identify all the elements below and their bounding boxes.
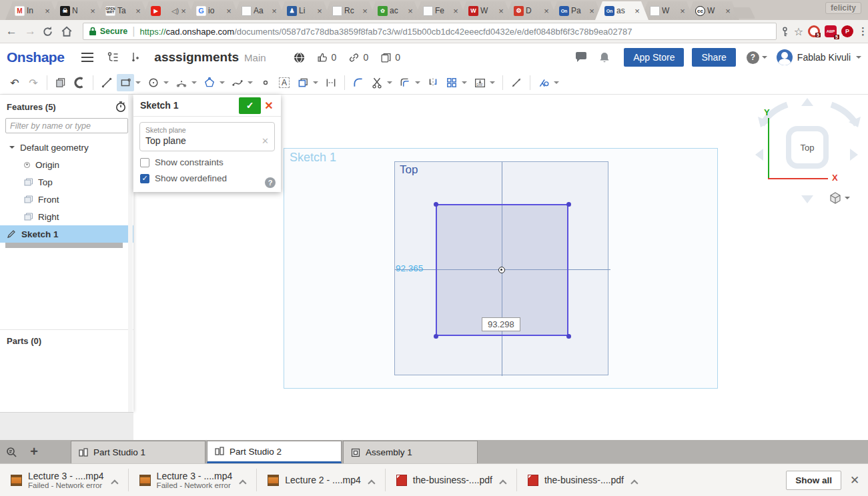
browser-tab-active[interactable]: Onas× <box>595 1 648 20</box>
tab-audio-icon[interactable]: ◁) <box>171 7 179 15</box>
onshape-logo[interactable]: Onshape <box>7 49 64 65</box>
user-avatar[interactable] <box>777 49 793 65</box>
secure-lock-icon[interactable] <box>89 27 97 36</box>
sketch-circle-icon[interactable] <box>145 74 162 91</box>
browser-tab[interactable]: Gio× <box>187 1 240 20</box>
arc-menu-caret-icon[interactable] <box>191 81 197 87</box>
tab-close-icon[interactable]: × <box>360 6 370 16</box>
tab-close-icon[interactable]: × <box>179 6 188 16</box>
home-icon[interactable] <box>61 25 75 37</box>
rotate-left-arrow-icon[interactable] <box>755 149 763 161</box>
browser-tab[interactable]: ✿ac× <box>368 1 422 20</box>
help-caret-icon[interactable] <box>762 56 767 61</box>
tab-close-icon[interactable]: × <box>542 6 551 16</box>
pattern-icon[interactable] <box>443 74 460 91</box>
top-plane-face[interactable]: Top 92.365 93.298 <box>394 161 608 375</box>
trim-menu-caret-icon[interactable] <box>387 81 392 87</box>
rotate-right-arrow-icon[interactable] <box>850 149 858 161</box>
offset-icon[interactable] <box>396 74 414 91</box>
browser-tab[interactable]: ccW× <box>686 1 739 20</box>
feature-filter-input[interactable] <box>5 118 128 133</box>
show-overdefined-row[interactable]: Show overdefined <box>140 173 274 183</box>
download-item[interactable]: the-business-....pdf <box>517 464 648 496</box>
adblock-extension-icon[interactable]: ABP5 <box>825 25 837 37</box>
cancel-x-button[interactable] <box>261 99 277 112</box>
browser-tab[interactable]: OPENWRTTa× <box>96 1 149 20</box>
reload-icon[interactable] <box>42 26 57 37</box>
sketch-plane-field[interactable]: Sketch plane Top plane <box>139 122 275 151</box>
download-menu-chevron-icon[interactable] <box>368 479 375 487</box>
notification-bell-icon[interactable] <box>598 51 610 64</box>
clear-selection-icon[interactable] <box>262 136 269 146</box>
sketch-fillet-icon[interactable] <box>350 74 367 91</box>
undo-icon[interactable] <box>6 74 23 91</box>
constraint-icon[interactable] <box>535 74 552 91</box>
tab-close-icon[interactable]: × <box>451 6 460 16</box>
url-text[interactable]: https://cad.onshape.com/documents/0587d7… <box>139 27 632 37</box>
tab-close-icon[interactable]: × <box>43 6 52 16</box>
copies-stat[interactable]: 0 <box>380 52 400 63</box>
browser-tab[interactable]: ⚙D× <box>504 1 558 20</box>
browser-tab[interactable]: ▶◁)× <box>141 1 195 20</box>
comment-icon[interactable] <box>574 51 588 63</box>
rotate-down-arrow-icon[interactable] <box>801 195 813 203</box>
download-menu-chevron-icon[interactable] <box>239 479 246 487</box>
circle-menu-caret-icon[interactable] <box>163 81 169 87</box>
download-menu-chevron-icon[interactable] <box>111 479 118 487</box>
sketch-spline-icon[interactable] <box>229 74 246 91</box>
document-title[interactable]: asssignments <box>154 50 239 65</box>
view-cube-face[interactable]: Top <box>786 126 829 169</box>
tab-close-icon[interactable]: × <box>133 6 143 16</box>
rectangle-menu-caret-icon[interactable] <box>135 81 141 87</box>
horizontal-dimension-value[interactable]: 93.298 <box>482 317 520 331</box>
browser-tab[interactable]: W× <box>640 1 694 20</box>
dialog-help-icon[interactable] <box>265 177 276 188</box>
browser-tab[interactable]: Fe× <box>414 1 467 20</box>
dxf-menu-caret-icon[interactable] <box>490 81 495 87</box>
close-downloads-bar-icon[interactable] <box>841 473 868 487</box>
back-icon[interactable] <box>4 25 19 38</box>
tab-close-icon[interactable]: × <box>315 6 324 16</box>
download-item[interactable]: Lecture 3 - ....mp4Failed - Network erro… <box>129 464 257 496</box>
extrude-icon[interactable] <box>52 74 69 91</box>
download-item[interactable]: Lecture 3 - ....mp4Failed - Network erro… <box>0 464 128 496</box>
measure-icon[interactable] <box>508 74 525 91</box>
revolve-icon[interactable] <box>71 74 88 91</box>
view-options-caret-icon[interactable] <box>845 197 850 202</box>
sketch-rectangle-icon[interactable] <box>117 74 134 91</box>
secure-label[interactable]: Secure <box>100 27 128 36</box>
graphics-workspace[interactable]: Sketch 1 Top 92.365 93.298 Features (5) <box>0 95 868 440</box>
tree-item-origin[interactable]: Origin <box>0 156 133 173</box>
sketch-plane-value[interactable]: Top plane <box>145 135 262 146</box>
bookmark-star-icon[interactable] <box>794 25 803 38</box>
panel-scrollbar[interactable] <box>128 95 133 412</box>
browser-tab[interactable]: ♟Li× <box>278 1 331 20</box>
convert-menu-caret-icon[interactable] <box>313 81 318 87</box>
tab-assembly-1[interactable]: Assembly 1 <box>343 441 478 463</box>
spline-menu-caret-icon[interactable] <box>248 81 253 87</box>
download-menu-chevron-icon[interactable] <box>499 479 506 487</box>
tab-close-icon[interactable]: × <box>587 6 596 16</box>
download-menu-chevron-icon[interactable] <box>630 479 638 487</box>
app-store-button[interactable]: App Store <box>624 48 684 67</box>
use-convert-icon[interactable] <box>294 74 312 91</box>
address-bar[interactable]: Secure | https://cad.onshape.com/documen… <box>83 23 777 40</box>
download-item[interactable]: Lecture 2 - ....mp4 <box>257 464 385 496</box>
help-icon[interactable] <box>747 51 759 64</box>
tab-close-icon[interactable]: × <box>678 6 687 16</box>
sketch-text-icon[interactable]: A <box>276 74 293 91</box>
tree-item-sketch1-selected[interactable]: Sketch 1 <box>0 225 133 243</box>
rect-vertex[interactable] <box>434 334 438 339</box>
browser-tab[interactable]: OnPa× <box>550 1 603 20</box>
tree-item-default-geometry[interactable]: Default geometry <box>0 139 133 156</box>
browser-tab[interactable]: WW× <box>459 1 512 20</box>
share-button[interactable]: Share <box>692 48 735 67</box>
chevron-down-icon[interactable] <box>9 146 15 151</box>
export-dxf-icon[interactable]: DXF <box>471 74 488 91</box>
origin-marker[interactable] <box>498 267 505 273</box>
workspace-name[interactable]: Main <box>244 52 266 63</box>
add-element-icon[interactable] <box>23 440 45 463</box>
pinterest-extension-icon[interactable]: P <box>841 25 853 37</box>
view-options-cube-icon[interactable] <box>829 191 850 205</box>
confirm-check-button[interactable] <box>239 97 261 114</box>
